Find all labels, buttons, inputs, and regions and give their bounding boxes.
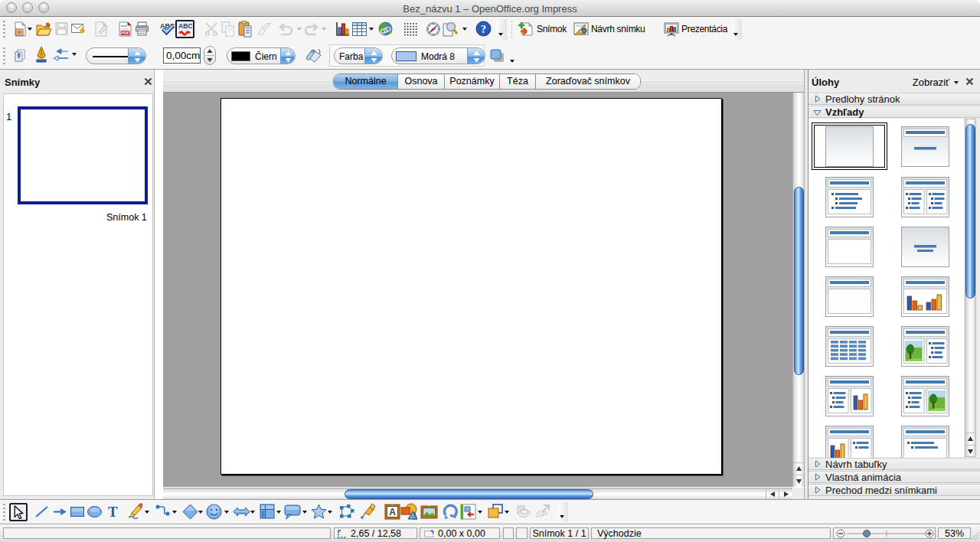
svg-text:A: A xyxy=(389,507,396,518)
svg-text:?: ? xyxy=(481,24,486,35)
svg-text:PDF: PDF xyxy=(121,31,130,35)
svg-text:ABC: ABC xyxy=(178,22,192,30)
